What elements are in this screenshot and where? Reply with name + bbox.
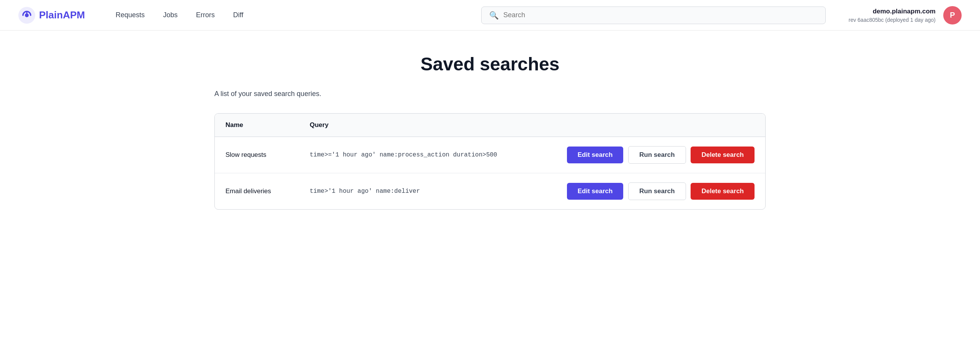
search-bar: 🔍 xyxy=(481,7,826,24)
row-2-edit-button[interactable]: Edit search xyxy=(567,183,624,200)
avatar[interactable]: P xyxy=(943,6,962,24)
nav-item-jobs[interactable]: Jobs xyxy=(155,8,185,22)
search-input[interactable] xyxy=(503,11,818,19)
row-2-run-button[interactable]: Run search xyxy=(628,182,686,200)
nav: Requests Jobs Errors Diff xyxy=(108,8,251,22)
row-2-delete-button[interactable]: Delete search xyxy=(691,183,755,200)
table-row: Email deliveries time>'1 hour ago' name:… xyxy=(215,173,765,210)
site-name: demo.plainapm.com xyxy=(873,8,936,15)
col-header-name: Name xyxy=(215,114,299,137)
col-header-actions xyxy=(553,114,765,137)
row-1-edit-button[interactable]: Edit search xyxy=(567,147,624,163)
header-right: demo.plainapm.com rev 6aac805bc (deploye… xyxy=(849,8,936,23)
saved-searches-table-container: Name Query Slow requests time>='1 hour a… xyxy=(214,113,766,210)
logo-icon xyxy=(18,7,35,24)
page-subtitle: A list of your saved search queries. xyxy=(214,90,766,98)
col-header-query: Query xyxy=(299,114,553,137)
table-row: Slow requests time>='1 hour ago' name:pr… xyxy=(215,137,765,173)
row-1-query: time>='1 hour ago' name:process_action d… xyxy=(299,137,553,173)
nav-item-errors[interactable]: Errors xyxy=(188,8,222,22)
rev-info: rev 6aac805bc (deployed 1 day ago) xyxy=(849,17,936,23)
row-2-name: Email deliveries xyxy=(215,173,299,210)
row-1-delete-button[interactable]: Delete search xyxy=(691,147,755,163)
page-title: Saved searches xyxy=(214,54,766,75)
main-content: Saved searches A list of your saved sear… xyxy=(184,31,796,233)
row-1-run-button[interactable]: Run search xyxy=(628,146,686,164)
search-icon: 🔍 xyxy=(489,11,499,20)
row-2-query: time>'1 hour ago' name:deliver xyxy=(299,173,553,210)
row-2-actions: Edit search Run search Delete search xyxy=(553,173,765,210)
row-1-name: Slow requests xyxy=(215,137,299,173)
saved-searches-table: Name Query Slow requests time>='1 hour a… xyxy=(215,114,765,209)
header: PlainAPM Requests Jobs Errors Diff 🔍 dem… xyxy=(0,0,980,31)
logo-text: PlainAPM xyxy=(39,9,85,21)
nav-item-requests[interactable]: Requests xyxy=(108,8,152,22)
logo[interactable]: PlainAPM xyxy=(18,7,85,24)
row-1-actions: Edit search Run search Delete search xyxy=(553,137,765,173)
table-header: Name Query xyxy=(215,114,765,137)
nav-item-diff[interactable]: Diff xyxy=(225,8,251,22)
table-body: Slow requests time>='1 hour ago' name:pr… xyxy=(215,137,765,210)
